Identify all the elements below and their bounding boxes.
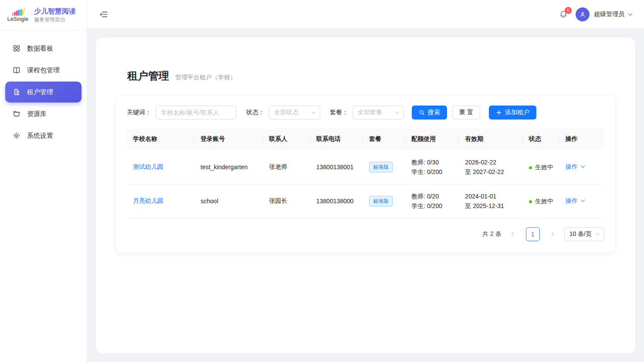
valid-to: 至 2027-02-22 bbox=[465, 167, 516, 177]
col-quota: 配额使用 bbox=[405, 128, 459, 150]
phone-cell: 13800138000 bbox=[310, 184, 363, 218]
lesingle-logo-icon: LeSingle bbox=[6, 8, 30, 22]
chevron-down-icon bbox=[628, 11, 633, 16]
next-page-button[interactable] bbox=[546, 228, 558, 240]
col-status: 状态 bbox=[523, 128, 559, 150]
sidebar-item-tenants[interactable]: 租户管理 bbox=[5, 82, 81, 102]
quota-student: 学生: 0/200 bbox=[411, 201, 453, 211]
search-button-label: 搜索 bbox=[428, 109, 440, 116]
tenant-panel: 关键词： 状态： 全部状态 套餐： 全部套餐 bbox=[116, 96, 615, 253]
filter-bar: 关键词： 状态： 全部状态 套餐： 全部套餐 bbox=[127, 106, 604, 120]
brand-logo: LeSingle 少儿智慧阅读 服务管理后台 bbox=[0, 0, 87, 31]
page-title: 租户管理 bbox=[127, 69, 169, 83]
add-tenant-button-label: 添加租户 bbox=[505, 109, 529, 116]
pagination-total: 共 2 条 bbox=[482, 230, 502, 238]
col-phone: 联系电话 bbox=[310, 128, 363, 150]
tenant-table: 学校名称 登录账号 联系人 联系电话 套餐 配额使用 有效期 状态 操作 bbox=[127, 128, 604, 219]
row-actions-dropdown[interactable]: 操作 bbox=[566, 197, 584, 205]
row-actions-label: 操作 bbox=[566, 163, 578, 171]
col-actions: 操作 bbox=[559, 128, 604, 150]
col-plan: 套餐 bbox=[363, 128, 405, 150]
status-label: 状态： bbox=[246, 109, 264, 116]
page-card: 租户管理 管理平台租户（学校） 关键词： 状态： 全部状态 套餐： 全部套餐 bbox=[96, 38, 635, 353]
status-cell: 生效中 bbox=[523, 150, 559, 184]
search-icon bbox=[419, 109, 425, 116]
status-active-dot bbox=[529, 200, 532, 203]
status-active-dot bbox=[529, 166, 532, 169]
quota-student: 学生: 0/200 bbox=[411, 167, 453, 177]
plus-icon bbox=[496, 109, 502, 116]
pagination: 共 2 条 1 10 条/页 bbox=[127, 227, 604, 241]
page-size-select[interactable]: 10 条/页 bbox=[564, 227, 604, 241]
school-name-link[interactable]: 月亮幼儿园 bbox=[133, 197, 163, 204]
sidebar-item-settings[interactable]: 系统设置 bbox=[5, 125, 81, 146]
search-button[interactable]: 搜索 bbox=[412, 106, 447, 120]
row-actions-dropdown[interactable]: 操作 bbox=[566, 163, 584, 171]
col-validity: 有效期 bbox=[459, 128, 522, 150]
status-badge: 生效中 bbox=[535, 164, 553, 171]
login-account-cell: school bbox=[194, 184, 263, 218]
keyword-label: 关键词： bbox=[127, 109, 151, 116]
quota-teacher: 教师: 0/30 bbox=[411, 157, 453, 167]
plan-select-value: 全部套餐 bbox=[358, 109, 382, 116]
status-badge: 生效中 bbox=[535, 198, 553, 205]
chevron-right-icon bbox=[550, 232, 554, 236]
user-name: 超级管理员 bbox=[594, 10, 624, 18]
status-select-value: 全部状态 bbox=[274, 109, 298, 116]
sidebar-item-resources[interactable]: 资源库 bbox=[5, 103, 81, 124]
chevron-left-icon bbox=[512, 232, 516, 236]
brand-subtitle: 服务管理后台 bbox=[34, 17, 76, 23]
notification-count-badge: 5 bbox=[564, 7, 572, 14]
chevron-down-icon bbox=[596, 231, 600, 235]
status-cell: 生效中 bbox=[523, 184, 559, 218]
sidebar-collapse-button[interactable] bbox=[99, 10, 108, 19]
page-subtitle: 管理平台租户（学校） bbox=[175, 74, 236, 82]
valid-to: 至 2025-12-31 bbox=[465, 201, 516, 211]
row-actions-label: 操作 bbox=[566, 197, 578, 205]
login-account-cell: test_kindergarten bbox=[194, 150, 263, 184]
valid-from: 2026-02-22 bbox=[465, 157, 516, 167]
plan-label: 套餐： bbox=[330, 109, 348, 116]
reset-button[interactable]: 重 置 bbox=[452, 106, 480, 120]
folder-icon bbox=[12, 109, 21, 118]
chevron-down-icon bbox=[580, 198, 585, 202]
user-menu[interactable]: 超级管理员 bbox=[576, 7, 632, 21]
col-contact: 联系人 bbox=[263, 128, 310, 150]
phone-cell: 13800138001 bbox=[310, 150, 363, 184]
notification-bell-button[interactable]: 5 bbox=[559, 10, 568, 19]
status-select[interactable]: 全部状态 bbox=[269, 106, 320, 120]
sidebar-item-label: 系统设置 bbox=[27, 132, 53, 140]
brand-title: 少儿智慧阅读 bbox=[34, 7, 76, 16]
table-header-row: 学校名称 登录账号 联系人 联系电话 套餐 配额使用 有效期 状态 操作 bbox=[127, 128, 604, 150]
logo-wordmark: LeSingle bbox=[7, 16, 28, 22]
chevron-down-icon bbox=[395, 109, 400, 114]
plan-tag: 标准版 bbox=[369, 162, 393, 172]
page-number-button[interactable]: 1 bbox=[526, 227, 540, 241]
sidebar-item-label: 数据看板 bbox=[27, 44, 53, 53]
sidebar-item-label: 资源库 bbox=[27, 110, 47, 118]
chevron-down-icon bbox=[580, 164, 585, 168]
valid-from: 2024-01-01 bbox=[465, 191, 516, 201]
page-size-value: 10 条/页 bbox=[569, 230, 592, 238]
plan-tag: 标准版 bbox=[369, 196, 393, 206]
sidebar-item-label: 课程包管理 bbox=[27, 66, 60, 75]
gear-icon bbox=[12, 131, 21, 140]
col-login-account: 登录账号 bbox=[194, 128, 263, 150]
sidebar-item-label: 租户管理 bbox=[27, 88, 53, 96]
contact-cell: 张园长 bbox=[263, 184, 310, 218]
col-school-name: 学校名称 bbox=[127, 128, 194, 150]
top-header: 5 超级管理员 bbox=[87, 0, 644, 29]
school-name-link[interactable]: 测试幼儿园 bbox=[133, 163, 163, 170]
sidebar-item-dashboard[interactable]: 数据看板 bbox=[5, 38, 81, 59]
prev-page-button[interactable] bbox=[508, 228, 520, 240]
quota-teacher: 教师: 0/20 bbox=[411, 191, 453, 201]
add-tenant-button[interactable]: 添加租户 bbox=[489, 106, 536, 120]
table-row: 月亮幼儿园 school 张园长 13800138000 标准版 教师: 0/2… bbox=[127, 184, 604, 218]
reset-button-label: 重 置 bbox=[459, 109, 473, 116]
keyword-input[interactable] bbox=[156, 106, 237, 120]
book-icon bbox=[12, 66, 21, 75]
avatar bbox=[576, 7, 590, 21]
table-row: 测试幼儿园 test_kindergarten 张老师 13800138001 … bbox=[127, 150, 604, 184]
plan-select[interactable]: 全部套餐 bbox=[353, 106, 404, 120]
sidebar-item-course-packages[interactable]: 课程包管理 bbox=[5, 60, 81, 81]
